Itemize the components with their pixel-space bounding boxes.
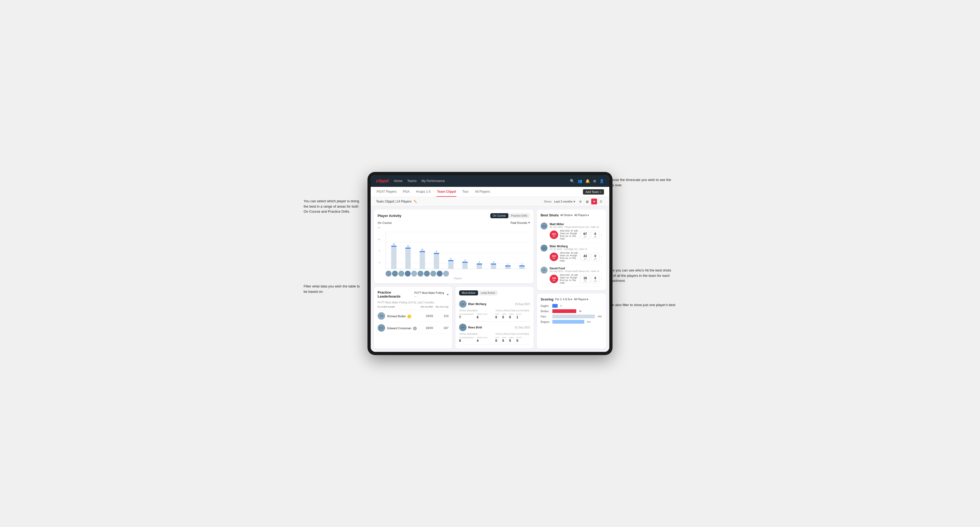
bar-group-3: 9 bbox=[430, 232, 444, 269]
scoring-row-birdies: Birdies 96 bbox=[541, 309, 602, 313]
scoring-label-birdies: Birdies bbox=[541, 310, 551, 313]
shot-metrics-2: 16 yds 0 yds bbox=[580, 275, 600, 283]
stat-practice-0: Practice 6 bbox=[477, 313, 487, 319]
heart-view-icon[interactable]: ♥ bbox=[591, 198, 597, 205]
avatar-8[interactable] bbox=[437, 271, 442, 276]
shot-player-2: David Ford bbox=[550, 267, 602, 270]
shot-entry-2[interactable]: DF David Ford 24 Aug 2023 · Royal North … bbox=[541, 265, 602, 287]
stats-row-0: Tournament 7 Practice 6 bbox=[459, 313, 494, 319]
stats-row-1: Tournament 8 Practice 4 bbox=[459, 337, 494, 343]
chevron-down-icon-shots: ▾ bbox=[571, 214, 573, 217]
view-icons: ⊞ ▦ ♥ ☰ bbox=[578, 198, 604, 205]
chevron-down-icon-chart: ▾ bbox=[528, 221, 530, 224]
toggle-practice-drills[interactable]: Practice Drills bbox=[508, 213, 530, 218]
tab-pga[interactable]: PGA bbox=[402, 187, 410, 197]
shot-info-2: David Ford 24 Aug 2023 · Royal North Dev… bbox=[550, 267, 602, 284]
shot-metrics-0: 67 yds 0 yds bbox=[580, 231, 600, 239]
tab-hcaps[interactable]: Hcaps 1-5 bbox=[415, 187, 431, 197]
leaderboard-row-0[interactable]: RB Richard Butler 1 19/20 110 bbox=[378, 310, 449, 322]
stat-app-1: APP 0 bbox=[502, 337, 506, 343]
metric-box-1a: 43 yds bbox=[580, 253, 590, 261]
annotation-right-middle: Here you can see who's hit the best shot… bbox=[607, 268, 676, 284]
scoring-row-bogeys: Bogeys 311 bbox=[541, 320, 602, 324]
stats-rounds-title-1: Total Rounds bbox=[459, 333, 494, 335]
filter-group-players: All Players ▾ bbox=[574, 214, 589, 217]
scoring-value-bogeys: 311 bbox=[587, 321, 591, 323]
active-player-block-1: RB Rees Britt 02 Sep 2023 Total Rounds bbox=[459, 322, 530, 345]
lb-name-1: Edward Crossman bbox=[387, 327, 411, 330]
grid-view-icon[interactable]: ⊞ bbox=[578, 198, 583, 205]
bar-blue-top-2 bbox=[420, 251, 425, 252]
shot-chevron-0[interactable]: › bbox=[601, 233, 602, 237]
search-icon[interactable]: 🔍 bbox=[570, 179, 574, 183]
nav-link-my-performance[interactable]: My Performance bbox=[421, 178, 445, 184]
drill-select-dropdown[interactable]: PUTT Must Make Putting ... ▾ bbox=[414, 291, 449, 297]
toggle-least-active[interactable]: Least Active bbox=[478, 290, 498, 295]
page-wrapper: Choose the timescale you wish to see the… bbox=[304, 172, 676, 355]
tile-view-icon[interactable]: ▦ bbox=[584, 198, 590, 205]
shot-entry-1[interactable]: BM Blair McHarg 23 Jul 2023 · Ashridge G… bbox=[541, 243, 602, 265]
bar-blue-top-6 bbox=[477, 264, 482, 265]
shot-chevron-1[interactable]: › bbox=[601, 255, 602, 259]
toggle-on-course[interactable]: On Course bbox=[490, 213, 508, 218]
bar-group-6: 3 bbox=[473, 232, 486, 269]
all-players-filter[interactable]: All Players ▾ bbox=[574, 214, 589, 217]
practice-leaderboards-card: Practice Leaderboards PUTT Must Make Put… bbox=[374, 287, 452, 349]
list-view-icon[interactable]: ☰ bbox=[598, 198, 604, 205]
shot-entry-0[interactable]: MM Matt Miller 09 Jun 2023 · Royal North… bbox=[541, 221, 602, 243]
bar-group-9: 2 bbox=[515, 232, 529, 269]
stat-app-0: APP 0 bbox=[502, 313, 506, 319]
shot-avatar-0: MM bbox=[541, 222, 547, 229]
annotation-top-right: Choose the timescale you wish to see the… bbox=[607, 177, 676, 187]
nav-link-teams[interactable]: Teams bbox=[407, 178, 417, 184]
avatar-0[interactable] bbox=[386, 271, 391, 276]
bar-blue-top-1 bbox=[405, 248, 410, 249]
avatar-6[interactable] bbox=[424, 271, 430, 276]
edit-icon[interactable]: ✏️ bbox=[414, 200, 417, 203]
avatar-2[interactable] bbox=[398, 271, 404, 276]
scoring-label-eagles: Eagles bbox=[541, 305, 551, 307]
tab-pgat-players[interactable]: PGAT Players bbox=[376, 187, 397, 197]
avatar-1[interactable] bbox=[392, 271, 398, 276]
scoring-label-pars: Pars bbox=[541, 315, 551, 318]
shot-avatar-1: BM bbox=[541, 244, 547, 252]
nav-icons: 🔍 👥 🔔 ⊕ 👤 bbox=[570, 179, 604, 183]
chart-filter-dropdown[interactable]: Total Rounds ▾ bbox=[510, 221, 530, 224]
tab-tour[interactable]: Tour bbox=[462, 187, 469, 197]
drill-subtitle: PUTT Must Make Putting (3-6 ft), Last 3 … bbox=[378, 301, 449, 304]
user-avatar-icon[interactable]: 👤 bbox=[600, 179, 604, 183]
all-shots-filter[interactable]: All Shots ▾ bbox=[560, 214, 573, 217]
filter-group-shots: All Shots ▾ bbox=[560, 214, 573, 217]
nav-link-home[interactable]: Home bbox=[394, 178, 402, 184]
shot-chevron-2[interactable]: › bbox=[601, 277, 602, 281]
th-player-name: PLAYER NAME bbox=[378, 306, 418, 308]
users-icon[interactable]: 👥 bbox=[578, 179, 582, 183]
leaderboard-row-1[interactable]: EC Edward Crossman 2 18/20 107 bbox=[378, 322, 449, 334]
avatar-row bbox=[378, 271, 530, 276]
lb-score-0: 19/20 bbox=[420, 314, 433, 317]
tab-team-clippd[interactable]: Team Clippd bbox=[436, 187, 457, 197]
bar-blue-top-3 bbox=[434, 253, 439, 254]
stats-rounds-1: Total Rounds Tournament 8 Practice bbox=[459, 333, 494, 343]
avatar-3[interactable] bbox=[405, 271, 410, 276]
shot-score-0: 200 SG bbox=[550, 230, 558, 239]
scoring-value-birdies: 96 bbox=[579, 310, 582, 313]
nav-links: Home Teams My Performance bbox=[394, 178, 565, 184]
add-team-button[interactable]: Add Team + bbox=[583, 189, 604, 195]
stat-putt-1: PUTT 0 bbox=[516, 337, 522, 343]
avatar-4[interactable] bbox=[411, 271, 417, 276]
lb-name-0: Richard Butler bbox=[387, 314, 406, 318]
tab-all-players[interactable]: All Players bbox=[474, 187, 490, 197]
scoring-filter1[interactable]: Par 3, 4 & 5s ▾ bbox=[555, 298, 572, 301]
practice-card-header: Practice Leaderboards PUTT Must Make Put… bbox=[378, 290, 449, 298]
stat-gtt-0: GTT 0 bbox=[495, 313, 500, 319]
bell-icon[interactable]: 🔔 bbox=[585, 179, 590, 183]
toggle-most-active[interactable]: Most Active bbox=[459, 290, 478, 295]
scoring-filter2[interactable]: All Players ▾ bbox=[574, 298, 588, 301]
avatar-9[interactable] bbox=[443, 271, 449, 276]
add-circle-icon[interactable]: ⊕ bbox=[593, 179, 596, 183]
avatar-5[interactable] bbox=[418, 271, 423, 276]
stats-practice-row-0: GTT 0 APP 0 bbox=[495, 313, 530, 319]
avatar-7[interactable] bbox=[430, 271, 436, 276]
show-select[interactable]: Last 3 months ▾ bbox=[554, 200, 575, 203]
